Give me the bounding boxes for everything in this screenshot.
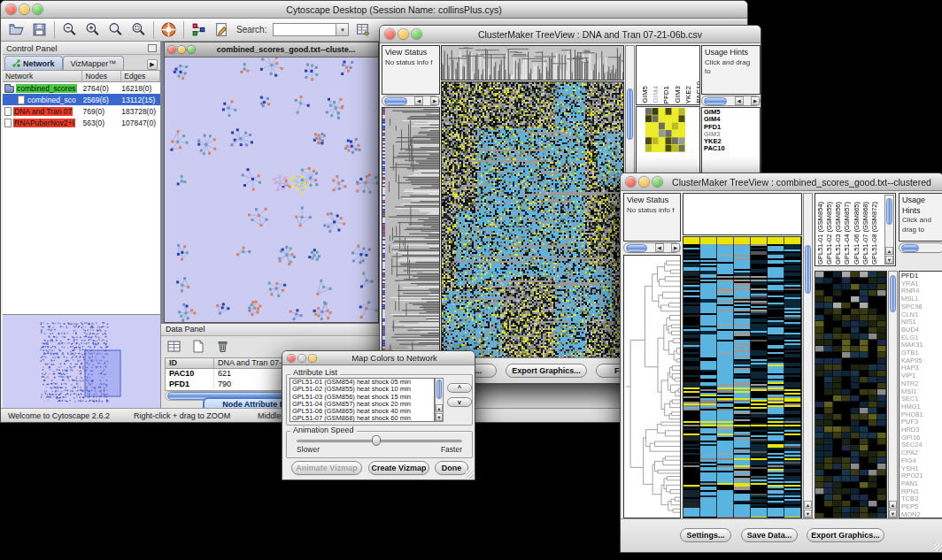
column-label[interactable]: GIM4: [652, 86, 660, 104]
resize-grip[interactable]: [466, 471, 474, 479]
tv2-vscrollbar[interactable]: ▲ ▼: [803, 193, 813, 518]
tab-network[interactable]: Network: [4, 56, 63, 70]
scroll-left-icon[interactable]: ◀: [735, 96, 744, 105]
attribute-select-icon[interactable]: [166, 339, 181, 354]
column-label[interactable]: PAC10: [695, 81, 700, 104]
scrollbar-thumb[interactable]: [704, 97, 727, 105]
network-window-titlebar[interactable]: combined_scores_good.txt--cluste...: [165, 42, 378, 58]
tv1-column-dendrogram[interactable]: [441, 45, 624, 81]
scrollbar-thumb[interactable]: [436, 380, 442, 399]
done-button[interactable]: Done: [435, 461, 468, 475]
table-row[interactable]: RNAPuberNov2+I 563(0) 107847(0): [3, 117, 160, 128]
column-label[interactable]: GPL51-02 (GSM855): [826, 202, 834, 265]
column-label[interactable]: GPL51-01 (GSM854): [817, 202, 825, 265]
close-button[interactable]: [168, 46, 175, 53]
settings-button[interactable]: Settings...: [680, 528, 731, 542]
scroll-right-icon[interactable]: ▶: [430, 96, 439, 105]
delete-attribute-trash-icon[interactable]: [215, 339, 230, 354]
tv1-row-dendrogram[interactable]: [382, 107, 440, 359]
column-label[interactable]: GPL51-04 (GSM857): [844, 202, 852, 265]
scroll-up-icon[interactable]: ▲: [885, 247, 893, 255]
labels-vscrollbar[interactable]: ▲ ▼: [884, 195, 894, 265]
tab-vizmapper[interactable]: VizMapper™: [63, 56, 125, 70]
column-label[interactable]: GIM5: [641, 86, 649, 104]
table-row[interactable]: combined_scores 2764(0) 16218(0): [3, 82, 160, 94]
zoom-in-icon[interactable]: [84, 21, 101, 38]
export-graphics-button[interactable]: Export Graphics...: [807, 528, 884, 542]
float-panel-icon[interactable]: [148, 44, 157, 52]
tv2-heatmap[interactable]: [683, 236, 802, 518]
speed-slider-thumb[interactable]: [372, 435, 381, 446]
tv1-left-hscrollbar[interactable]: ◀ ▶: [382, 96, 440, 106]
listbox-vscrollbar[interactable]: ▲ ▼: [435, 378, 444, 422]
scroll-left-icon[interactable]: ◀: [414, 96, 423, 105]
zoom-window-button[interactable]: [188, 46, 195, 53]
open-file-icon[interactable]: [8, 21, 25, 38]
scroll-up-icon[interactable]: ▲: [436, 404, 443, 412]
minimize-button[interactable]: [398, 29, 408, 39]
minimize-button[interactable]: [298, 355, 305, 362]
search-dropdown-icon[interactable]: ▼: [336, 23, 349, 36]
tv1-right-hscrollbar[interactable]: ◀ ▶: [701, 96, 761, 106]
zoom-window-button[interactable]: [33, 4, 42, 14]
column-label[interactable]: PFD1: [662, 86, 670, 104]
birdseye-view[interactable]: [3, 314, 160, 408]
col-header-id[interactable]: ID: [166, 358, 214, 368]
main-titlebar[interactable]: Cytoscape Desktop (Session Name: collins…: [1, 1, 747, 19]
minimize-button[interactable]: [639, 177, 649, 187]
scroll-down-icon[interactable]: ▼: [804, 510, 812, 518]
zoom-window-button[interactable]: [309, 355, 316, 362]
column-label[interactable]: YKE2: [684, 86, 692, 104]
scrollbar-thumb[interactable]: [886, 198, 892, 225]
tv2-row-dendrogram[interactable]: [623, 255, 681, 518]
scroll-down-icon[interactable]: ▼: [436, 413, 443, 421]
gene-label[interactable]: PAC10: [704, 145, 760, 152]
tab-overflow-arrow-icon[interactable]: ▶: [147, 59, 158, 70]
tv1-titlebar[interactable]: ClusterMaker TreeView : DNA and Tran 07-…: [380, 26, 761, 43]
close-button[interactable]: [288, 355, 295, 362]
tv2-left-hscrollbar[interactable]: ◀ ▶: [623, 242, 681, 253]
vizmap-nodes-icon[interactable]: [190, 21, 207, 38]
move-up-button[interactable]: ^: [447, 383, 472, 393]
zoom-selected-icon[interactable]: [130, 21, 147, 38]
move-down-button[interactable]: v: [447, 397, 472, 407]
minimize-button[interactable]: [178, 46, 185, 53]
zoom-window-button[interactable]: [652, 177, 662, 187]
scroll-down-icon[interactable]: ▼: [889, 510, 897, 518]
attribute-table-icon[interactable]: [355, 21, 372, 38]
dialog-titlebar[interactable]: Map Colors to Network: [282, 351, 475, 365]
scrollbar-thumb[interactable]: [384, 97, 407, 105]
search-input[interactable]: [273, 23, 336, 36]
table-row-selected[interactable]: combined_sco 2569(6) 13112(15): [3, 94, 160, 105]
save-data-button[interactable]: Save Data...: [741, 528, 798, 542]
save-icon[interactable]: [31, 21, 48, 38]
scroll-left-icon[interactable]: ◀: [655, 243, 664, 252]
tv2-zoom-heatmap[interactable]: [815, 271, 887, 518]
annotation-icon[interactable]: [213, 21, 230, 38]
close-button[interactable]: [6, 4, 16, 14]
scrollbar-thumb[interactable]: [890, 275, 896, 312]
tv2-titlebar[interactable]: ClusterMaker TreeView : combined_scores_…: [621, 173, 942, 191]
scroll-down-icon[interactable]: ▼: [885, 256, 893, 264]
column-label[interactable]: GPL51-06 (GSM865): [853, 202, 861, 265]
attribute-list-item[interactable]: GPL51-07 (GSM868) heat shock 60 min: [292, 415, 434, 422]
gene-label[interactable]: MON2: [901, 511, 942, 518]
close-button[interactable]: [626, 177, 636, 187]
tv2-zoom-vscrollbar[interactable]: ▲ ▼: [888, 271, 898, 518]
animate-vizmap-button[interactable]: Animate Vizmap: [291, 461, 362, 475]
scrollbar-thumb[interactable]: [627, 88, 633, 140]
scroll-up-icon[interactable]: ▲: [804, 501, 812, 509]
table-row[interactable]: DNA and Tran 07 769(0) 183728(0): [3, 105, 160, 117]
tv2-column-dendrogram-empty[interactable]: [683, 193, 802, 235]
scroll-right-icon[interactable]: ▶: [751, 96, 760, 105]
network-canvas[interactable]: [165, 58, 378, 322]
zoom-out-icon[interactable]: [61, 21, 78, 38]
tv1-heatmap[interactable]: [441, 81, 624, 359]
close-button[interactable]: [385, 29, 395, 39]
scrollbar-thumb[interactable]: [901, 244, 919, 252]
column-label[interactable]: GPL51-08 (GSM872): [871, 202, 879, 265]
column-label[interactable]: GPL51-03 (GSM856): [835, 202, 843, 265]
column-label[interactable]: GIM3: [674, 86, 682, 104]
column-label[interactable]: GPL51-07 (GSM868): [862, 202, 870, 265]
resize-grip[interactable]: [934, 543, 942, 551]
